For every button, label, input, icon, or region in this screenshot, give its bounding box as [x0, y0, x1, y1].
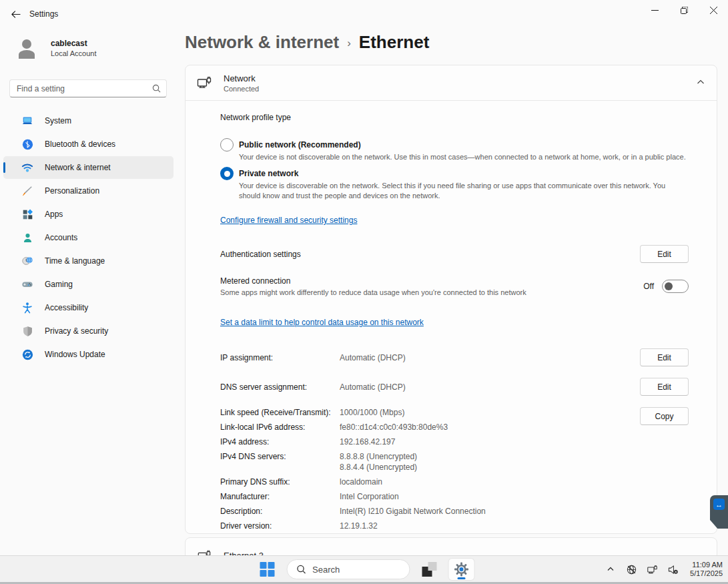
sidebar-item-bluetooth[interactable]: Bluetooth & devices: [3, 133, 173, 156]
authentication-row: Authentication settings Edit: [220, 245, 689, 263]
private-network-description: Your device is discoverable on the netwo…: [239, 181, 689, 201]
property-label: DNS server assignment:: [220, 382, 340, 392]
restore-icon: [681, 7, 688, 14]
breadcrumb-parent[interactable]: Network & internet: [185, 32, 339, 53]
radio-selected-icon[interactable]: [220, 167, 234, 180]
ipv4-dns-servers-row: IPv4 DNS servers: 8.8.8.8 (Unencrypted) …: [220, 451, 689, 473]
bluetooth-icon: [21, 138, 33, 150]
toggle-state-label: Off: [643, 282, 654, 291]
close-icon: [710, 7, 717, 14]
property-value: Intel(R) I210 Gigabit Network Connection: [340, 506, 486, 517]
sidebar-item-privacy-security[interactable]: Privacy & security: [3, 320, 173, 342]
copy-button[interactable]: Copy: [640, 407, 689, 425]
overlapping-squares-app-icon: [422, 562, 436, 577]
start-button[interactable]: [254, 559, 280, 580]
ipv6-address-row: Link-local IPv6 address: fe80::d1c4:c0c0…: [220, 422, 689, 432]
account-type: Local Account: [51, 49, 97, 57]
authentication-edit-button[interactable]: Edit: [640, 245, 689, 263]
taskbar-search-box[interactable]: [286, 559, 410, 579]
avatar: [16, 37, 37, 59]
breadcrumb-separator-icon: ›: [347, 37, 351, 50]
accessibility-icon: [21, 302, 33, 314]
private-network-option[interactable]: Private network Your device is discovera…: [220, 167, 689, 201]
tray-time: 11:09 AM: [690, 561, 723, 569]
speaker-muted-icon[interactable]: [667, 563, 679, 575]
property-value-2: 8.8.4.4 (Unencrypted): [340, 462, 417, 473]
chevron-up-icon[interactable]: [697, 78, 705, 88]
system-tray: 11:09 AM 5/17/2025: [605, 556, 723, 583]
manufacturer-row: Manufacturer: Intel Corporation: [220, 491, 689, 502]
sidebar: cablecast Local Account System Bluetooth…: [0, 27, 177, 555]
minimize-button[interactable]: [640, 0, 669, 20]
titlebar: Settings: [0, 0, 728, 27]
sidebar-item-system[interactable]: System: [3, 109, 173, 132]
property-value: 12.19.1.32: [340, 521, 378, 531]
sidebar-item-time-language[interactable]: Time & language: [3, 250, 173, 272]
metered-connection-description: Some apps might work differently to redu…: [220, 288, 526, 296]
taskbar-search-input[interactable]: [312, 565, 386, 575]
network-card-status: Connected: [224, 85, 259, 93]
settings-search-input[interactable]: [17, 84, 152, 93]
sidebar-item-personalization[interactable]: Personalization: [3, 180, 173, 202]
back-arrow-icon: [11, 9, 21, 19]
gear-icon: [453, 561, 469, 577]
windows-logo-icon: [260, 562, 274, 577]
sidebar-item-accessibility[interactable]: Accessibility: [3, 296, 173, 319]
property-value: Automatic (DHCP): [340, 353, 406, 362]
sidebar-item-windows-update[interactable]: Windows Update: [3, 343, 173, 366]
no-internet-globe-icon[interactable]: [625, 563, 637, 575]
network-icon: [21, 162, 33, 174]
taskbar: 11:09 AM 5/17/2025: [0, 555, 728, 584]
driver-version-row: Driver version: 12.19.1.32: [220, 521, 689, 531]
network-card-header[interactable]: Network Connected: [186, 65, 717, 101]
taskbar-app-button[interactable]: [416, 559, 442, 580]
tray-clock[interactable]: 11:09 AM 5/17/2025: [690, 561, 723, 578]
restore-button[interactable]: [669, 0, 699, 20]
sidebar-item-network-internet[interactable]: Network & internet: [3, 156, 173, 179]
settings-taskbar-button[interactable]: [448, 559, 474, 580]
settings-search-box[interactable]: [9, 79, 167, 97]
tray-chevron-up-icon[interactable]: [605, 563, 617, 575]
account-card[interactable]: cablecast Local Account: [16, 37, 97, 59]
breadcrumb: Network & internet › Ethernet: [185, 32, 429, 53]
sidebar-item-label: Windows Update: [45, 350, 105, 359]
search-icon: [296, 565, 306, 574]
toggle-knob: [665, 282, 673, 290]
metered-connection-label: Metered connection: [220, 276, 526, 286]
dns-assignment-edit-button[interactable]: Edit: [640, 378, 689, 396]
dns-suffix-row: Primary DNS suffix: localdomain: [220, 477, 689, 487]
public-network-option[interactable]: Public network (Recommended) Your device…: [220, 138, 689, 162]
metered-connection-toggle[interactable]: [662, 280, 689, 293]
property-label: IPv4 address:: [220, 436, 340, 447]
sidebar-item-label: Bluetooth & devices: [45, 139, 115, 149]
minimize-icon: [651, 7, 659, 14]
ip-assignment-row: IP assignment: Automatic (DHCP) Edit: [220, 348, 689, 366]
close-button[interactable]: [699, 0, 728, 20]
radio-unselected-icon[interactable]: [220, 138, 234, 152]
property-value: Intel Corporation: [340, 491, 399, 502]
sidebar-item-gaming[interactable]: Gaming: [3, 273, 173, 296]
sidebar-item-accounts[interactable]: Accounts: [3, 226, 173, 249]
teamviewer-icon: ↔: [713, 499, 725, 510]
link-speed-row: Link speed (Receive/Transmit): 1000/1000…: [220, 407, 689, 418]
sidebar-item-label: Accounts: [45, 233, 77, 242]
sidebar-item-label: System: [45, 116, 71, 125]
sidebar-item-label: Accessibility: [45, 303, 88, 312]
privacy-icon: [21, 325, 33, 337]
sidebar-item-label: Gaming: [45, 280, 73, 289]
data-limit-link[interactable]: Set a data limit to help control data us…: [220, 318, 424, 327]
ip-assignment-edit-button[interactable]: Edit: [640, 348, 689, 366]
sidebar-item-apps[interactable]: Apps: [3, 203, 173, 226]
ethernet-tray-icon[interactable]: [646, 563, 658, 575]
main-content: Network & internet › Ethernet Network Co…: [185, 27, 717, 584]
account-name: cablecast: [51, 39, 97, 48]
ethernet-icon: [196, 75, 212, 91]
search-icon: [152, 84, 161, 93]
description-row: Description: Intel(R) I210 Gigabit Netwo…: [220, 506, 689, 517]
back-button[interactable]: [8, 7, 23, 21]
property-value: 1000/1000 (Mbps): [340, 407, 404, 418]
windows-update-icon: [21, 348, 33, 360]
apps-icon: [21, 208, 33, 220]
firewall-settings-link[interactable]: Configure firewall and security settings: [220, 216, 357, 225]
property-value: Automatic (DHCP): [340, 382, 406, 392]
